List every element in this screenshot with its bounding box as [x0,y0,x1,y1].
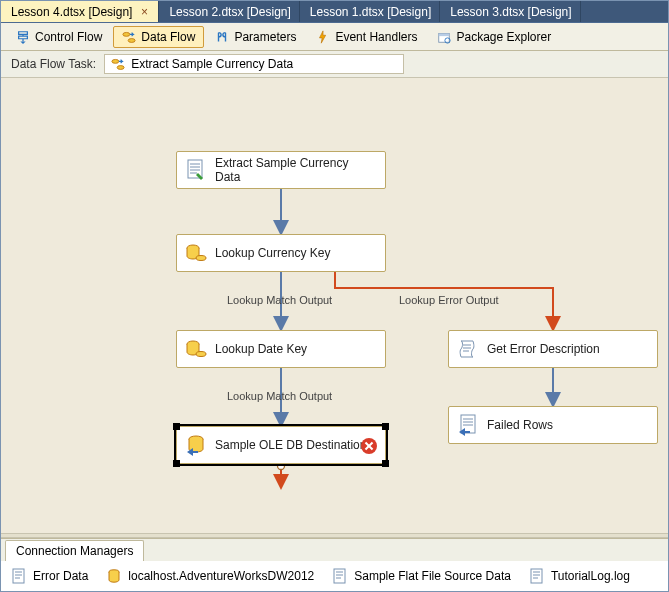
svg-point-15 [196,256,206,261]
flat-file-source-icon [185,159,207,181]
svg-rect-3 [439,33,450,36]
edge-label: Lookup Match Output [227,390,332,402]
database-connection-icon [106,568,122,584]
lookup-icon [185,338,207,360]
event-handlers-icon [316,30,330,44]
node-label: Get Error Description [487,342,600,356]
oledb-destination-icon [185,434,207,456]
flat-file-connection-icon [332,568,348,584]
doc-tab-lesson1[interactable]: Lesson 1.dtsx [Design] [300,1,440,22]
connection-error-data[interactable]: Error Data [11,568,88,584]
connection-label: Error Data [33,569,88,583]
connection-label: localhost.AdventureWorksDW2012 [128,569,314,583]
toolbar-label: Data Flow [141,30,195,44]
package-explorer-tab[interactable]: Package Explorer [428,26,560,48]
script-component-icon [457,338,479,360]
resize-handle[interactable] [382,423,389,430]
data-flow-icon [122,30,136,44]
design-canvas[interactable]: Lookup Match Output Lookup Match Output … [1,78,668,533]
resize-handle[interactable] [173,423,180,430]
node-label: Extract Sample Currency Data [215,156,377,184]
doc-tab-lesson3[interactable]: Lesson 3.dtsx [Design] [440,1,580,22]
error-icon [361,438,377,454]
connection-adventureworks[interactable]: localhost.AdventureWorksDW2012 [106,568,314,584]
node-failed-rows[interactable]: Failed Rows [448,406,658,444]
flat-file-connection-icon [11,568,27,584]
close-icon[interactable]: × [138,5,150,19]
data-flow-icon [111,57,125,71]
control-flow-tab[interactable]: Control Flow [7,26,111,48]
node-label: Lookup Currency Key [215,246,330,260]
task-selector[interactable]: Extract Sample Currency Data [104,54,404,74]
designer-toolbar: Control Flow Data Flow Parameters Event … [1,23,668,51]
doc-tab-lesson4[interactable]: Lesson 4.dtsx [Design] × [1,1,159,22]
node-label: Sample OLE DB Destination [215,438,366,452]
connection-managers-panel: Connection Managers Error Data localhost… [1,538,668,591]
svg-rect-20 [13,569,24,583]
doc-tab-label: Lesson 1.dtsx [Design] [310,5,431,19]
svg-point-6 [117,66,124,70]
toolbar-label: Event Handlers [335,30,417,44]
svg-rect-23 [531,569,542,583]
tab-label: Connection Managers [16,544,133,558]
resize-handle[interactable] [382,460,389,467]
parameters-tab[interactable]: Parameters [206,26,305,48]
node-sample-ole-db-destination[interactable]: Sample OLE DB Destination [176,426,386,464]
doc-tab-label: Lesson 4.dtsx [Design] [11,5,132,19]
node-get-error-description[interactable]: Get Error Description [448,330,658,368]
svg-point-5 [112,59,119,63]
svg-point-0 [123,32,130,36]
edge-label: Lookup Error Output [399,294,499,306]
data-flow-tab[interactable]: Data Flow [113,26,204,48]
resize-handle[interactable] [173,460,180,467]
node-extract-sample-currency[interactable]: Extract Sample Currency Data [176,151,386,189]
connection-managers-tab[interactable]: Connection Managers [5,540,144,561]
task-label: Data Flow Task: [11,57,96,71]
edge-label: Lookup Match Output [227,294,332,306]
toolbar-label: Package Explorer [456,30,551,44]
connection-label: TutorialLog.log [551,569,630,583]
connection-tutorial-log[interactable]: TutorialLog.log [529,568,630,584]
toolbar-label: Control Flow [35,30,102,44]
file-connection-icon [529,568,545,584]
connection-label: Sample Flat File Source Data [354,569,511,583]
node-lookup-currency-key[interactable]: Lookup Currency Key [176,234,386,272]
package-explorer-icon [437,30,451,44]
svg-rect-22 [334,569,345,583]
node-lookup-date-key[interactable]: Lookup Date Key [176,330,386,368]
connection-flat-file-source[interactable]: Sample Flat File Source Data [332,568,511,584]
event-handlers-tab[interactable]: Event Handlers [307,26,426,48]
doc-tab-label: Lesson 2.dtsx [Design] [169,5,290,19]
task-name-text: Extract Sample Currency Data [131,57,293,71]
svg-point-17 [196,352,206,357]
svg-point-1 [128,38,135,42]
document-tab-strip: Lesson 4.dtsx [Design] × Lesson 2.dtsx [… [1,1,668,23]
data-flow-task-bar: Data Flow Task: Extract Sample Currency … [1,51,668,78]
lookup-icon [185,242,207,264]
node-label: Failed Rows [487,418,553,432]
toolbar-label: Parameters [234,30,296,44]
connectors-layer [1,78,668,533]
node-label: Lookup Date Key [215,342,307,356]
doc-tab-label: Lesson 3.dtsx [Design] [450,5,571,19]
connection-list: Error Data localhost.AdventureWorksDW201… [1,561,668,591]
control-flow-icon [16,30,30,44]
flat-file-destination-icon [457,414,479,436]
bottom-tab-strip: Connection Managers [1,539,668,561]
parameters-icon [215,30,229,44]
doc-tab-lesson2[interactable]: Lesson 2.dtsx [Design] [159,1,299,22]
